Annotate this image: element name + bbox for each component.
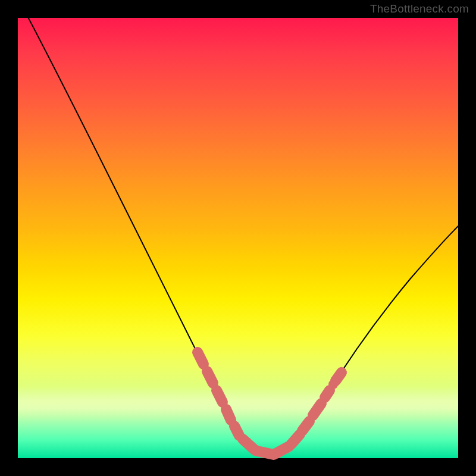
marker-seg — [226, 409, 231, 420]
marker-seg — [198, 352, 203, 364]
bottleneck-curve — [27, 15, 458, 458]
curve-svg — [18, 18, 458, 458]
marker-seg — [302, 421, 309, 431]
chart-stage: TheBottleneck.com — [0, 0, 476, 476]
marker-seg — [207, 371, 213, 383]
marker-seg — [336, 372, 342, 381]
plot-area — [18, 18, 458, 458]
marker-seg — [276, 446, 289, 453]
marker-seg — [292, 434, 300, 444]
watermark-text: TheBottleneck.com — [370, 2, 469, 15]
marker-seg — [234, 426, 239, 436]
marker-seg — [217, 390, 223, 402]
marker-seg — [325, 390, 330, 397]
marker-seg — [313, 403, 321, 415]
marker-group — [198, 352, 342, 455]
